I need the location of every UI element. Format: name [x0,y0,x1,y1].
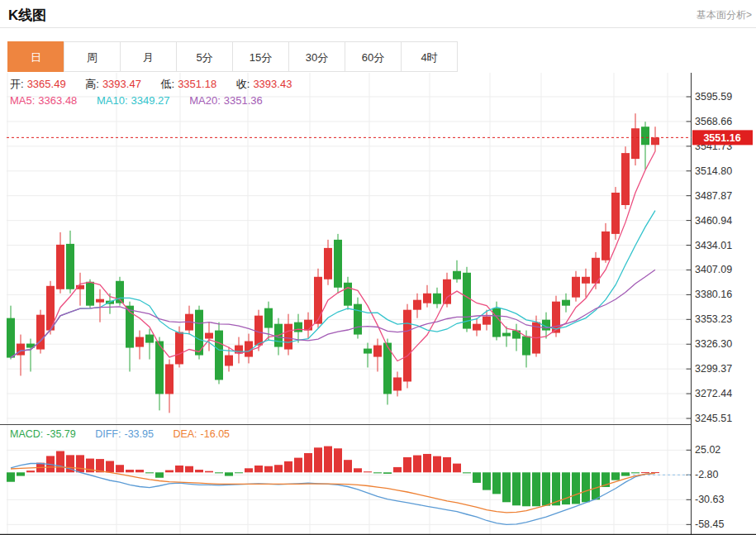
close-value: 3393.43 [253,78,292,90]
svg-text:3245.51: 3245.51 [695,413,732,424]
high-value: 3393.47 [102,78,141,90]
fundamental-analysis-link[interactable]: 基本面分析> [697,8,752,22]
svg-text:3272.44: 3272.44 [695,388,732,399]
tab-60min[interactable]: 60分 [345,41,402,72]
ohlc-readout: 开:3365.49 高:3393.47 低:3351.18 收:3393.43 [10,77,308,92]
svg-text:3460.94: 3460.94 [695,215,732,227]
svg-text:25.02: 25.02 [695,444,720,456]
tab-4hour[interactable]: 4时 [401,41,458,72]
open-value: 3365.49 [27,78,66,90]
ma20-value: 3351.36 [224,94,263,107]
ma10-label: MA10: [97,94,128,107]
close-label: 收: [236,78,250,90]
ma10-value: 3349.27 [131,94,170,107]
low-value: 3351.18 [178,78,216,90]
svg-text:3487.87: 3487.87 [695,190,732,202]
tab-30min[interactable]: 30分 [288,41,345,72]
svg-text:3299.37: 3299.37 [695,363,732,375]
tab-week[interactable]: 周 [64,41,121,72]
svg-text:3353.23: 3353.23 [695,313,732,325]
open-label: 开: [10,78,24,90]
diff-value: -33.95 [124,428,153,440]
svg-text:3434.01: 3434.01 [695,240,732,251]
tab-day[interactable]: 日 [7,41,64,72]
svg-text:3551.16: 3551.16 [703,132,740,144]
ma20-label: MA20: [189,94,221,107]
tab-month[interactable]: 月 [120,41,177,72]
dea-value: -16.05 [201,428,230,440]
svg-text:3514.80: 3514.80 [695,165,732,177]
title-separator [0,27,756,28]
high-label: 高: [85,78,99,90]
page-title: K线图 [8,6,46,25]
main-chart-canvas[interactable]: 3595.593568.663541.733514.803487.873460.… [0,73,756,428]
tab-5min[interactable]: 5分 [176,41,233,72]
svg-text:3407.09: 3407.09 [695,264,732,275]
tab-15min[interactable]: 15分 [232,41,289,72]
svg-text:3380.16: 3380.16 [695,289,732,300]
low-label: 低: [161,78,175,90]
svg-text:3326.30: 3326.30 [695,338,732,350]
macd-chart-canvas[interactable]: 25.02-2.80-30.63-58.45 [0,424,756,535]
svg-text:-2.80: -2.80 [695,469,719,480]
ma-readout: MA5:3363.48 MA10:3349.27 MA20:3351.36 [10,94,279,107]
svg-text:-58.45: -58.45 [695,518,724,530]
svg-text:3568.66: 3568.66 [695,116,732,127]
dea-label: DEA: [173,428,197,440]
diff-label: DIFF: [95,428,121,440]
kline-widget: K线图 基本面分析> 日 周 月 5分 15分 30分 60分 4时 开:336… [0,0,756,535]
macd-label: MACD: [10,428,43,440]
svg-text:3595.59: 3595.59 [695,91,732,103]
macd-readout: MACD:-35.79 DIFF:-33.95 DEA:-16.05 [10,428,246,440]
macd-value: -35.79 [46,428,75,440]
svg-text:-30.63: -30.63 [695,494,724,505]
period-tabbar: 日 周 月 5分 15分 30分 60分 4时 [8,41,458,72]
ma5-value: 3363.48 [38,94,77,107]
ma5-label: MA5: [10,94,35,107]
